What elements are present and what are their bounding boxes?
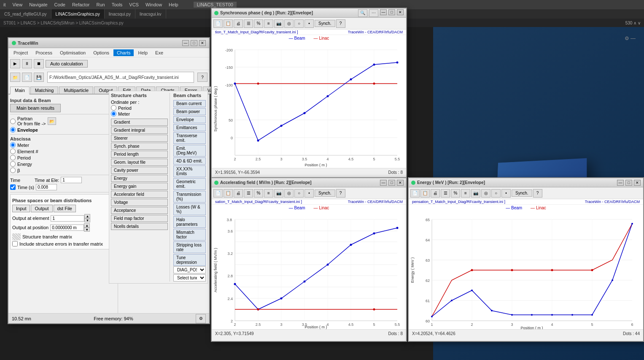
synch-phase-button[interactable]: Synch. phase [111,143,168,150]
chart-print-icon[interactable]: 🖨 [234,19,243,28]
energy-camera-icon[interactable]: 📷 [471,189,480,198]
element-spin-down[interactable]: ▼ [84,218,90,222]
ord-period-radio[interactable] [111,105,116,111]
input-button[interactable]: Input [12,205,30,212]
geometric-emit-button[interactable]: Geometric emit. [173,178,206,190]
energy-new-icon[interactable]: 📄 [410,189,420,198]
accel-minimize[interactable]: — [380,180,387,186]
transverse-emit-button[interactable]: Transverse emit. [173,132,206,144]
envelope-radio[interactable] [10,127,16,133]
run-icon[interactable]: ▶ [10,59,20,68]
energy-maximize[interactable]: □ [625,180,632,186]
position-spin-down[interactable]: ▼ [84,227,90,232]
synch-close[interactable]: ✕ [397,9,404,15]
output-button[interactable]: Output [31,205,52,212]
partran-radio[interactable] [10,119,16,124]
tracewin-maximize[interactable]: □ [191,40,197,46]
emit-deg-mev-button[interactable]: Emit. (Deg.MeV) [173,145,206,157]
ord-meter-radio[interactable] [111,111,116,116]
energy-circle-icon[interactable]: ○ [491,189,501,198]
tune-depression-button[interactable]: Tune depression [173,254,206,266]
ide-menu-vcs[interactable]: VCS [129,2,139,7]
tab-cs-read[interactable]: CS_read_rfqfileGUI.py [0,9,51,19]
help-icon[interactable]: ? [197,73,207,82]
accel-copy-icon[interactable]: 📋 [224,189,233,198]
accelerator-field-button[interactable]: Accelerator field [111,191,168,198]
accel-new-icon[interactable]: 📄 [213,189,223,198]
energy-bar-icon[interactable]: ≡ [461,189,470,198]
energy-struct-button[interactable]: Energy [111,175,168,182]
new-file-icon[interactable]: 📄 [22,73,32,82]
accel-dot-icon[interactable]: • [304,189,314,198]
accel-circle-icon[interactable]: ○ [294,189,304,198]
acceptance-button[interactable]: Acceptance [111,207,168,214]
ncells-button[interactable]: Ncells details [111,223,168,230]
gradient-integral-button[interactable]: Gradient integral [111,127,168,134]
energy-synch-button[interactable]: Synch. [512,189,532,197]
menu-optimisation[interactable]: Optimisation [57,49,89,56]
accel-maximize[interactable]: □ [388,180,395,186]
diag-position-select[interactable]: DIAG_POSITION [173,266,206,273]
output-at-element-input[interactable] [51,215,84,222]
transmission-button[interactable]: Transmission (%) [173,191,206,203]
beam-power-button[interactable]: Beam power [173,108,206,115]
accel-target-icon[interactable]: ◎ [284,189,294,198]
ide-menu-help[interactable]: Help [169,2,178,7]
energy-help-icon[interactable]: ? [533,189,542,198]
menu-exe[interactable]: Exe [152,49,167,56]
menu-process[interactable]: Process [32,49,56,56]
cavity-power-button[interactable]: Cavity power [111,167,168,174]
tab-matching[interactable]: Matching [30,87,59,94]
energy-gain-button[interactable]: Energy gain [111,183,168,190]
tab-linacsgui-kv[interactable]: linacsgui.kv [135,9,166,19]
gradient-button[interactable]: Gradient [111,119,168,126]
accel-percent-icon[interactable]: % [254,189,263,198]
accel-table-icon[interactable]: ☰ [244,189,253,198]
pause-icon[interactable]: ⏸ [22,59,32,68]
search-icon[interactable]: 🔍 [358,9,367,17]
accel-print-icon[interactable]: 🖨 [234,189,243,198]
chart-help-icon[interactable]: ? [336,19,345,28]
tab-main[interactable]: Main [10,87,30,95]
steerer-button[interactable]: Steerer [111,135,168,142]
tab-linacsgui[interactable]: linacsqui.py [105,9,135,19]
voltage-button[interactable]: Voltage [111,199,168,206]
accel-help-icon[interactable]: ? [336,189,345,198]
main-beam-results-button[interactable]: Main beam results [10,104,61,112]
tracewin-close[interactable]: ✕ [199,40,206,46]
status-icon[interactable]: ⚙ [196,314,206,323]
chart-bar-icon[interactable]: ≡ [264,19,273,28]
period-length-button[interactable]: Period length [111,151,168,158]
ide-menu-it[interactable]: it [3,2,6,7]
menu-project[interactable]: Project [10,49,31,56]
halo-button[interactable]: Halo parameters [173,216,206,228]
ide-menu-run[interactable]: Run [96,2,105,7]
chart-circle-icon[interactable]: ○ [294,19,304,28]
menu-options[interactable]: Options [90,49,113,56]
dst-file-button[interactable]: dst File [54,205,76,212]
chart-copy-icon[interactable]: 📋 [224,19,233,28]
4d-6d-button[interactable]: 4D & 6D emit. [173,157,206,165]
energy-copy-icon[interactable]: 📋 [420,189,430,198]
energy-print-icon[interactable]: 🖨 [431,189,440,198]
open-folder-icon[interactable]: 📁 [10,73,20,82]
tracewin-minimize[interactable]: — [182,40,189,46]
menu-icon[interactable]: ⋯ [369,9,378,17]
time-s-checkbox[interactable] [10,184,16,190]
abscissa-element[interactable] [10,149,16,154]
synch-minimize[interactable]: — [380,9,387,15]
time-at-ele-input[interactable] [61,177,82,183]
mismatch-button[interactable]: Mismatch factor [173,229,206,241]
chart-new-icon[interactable]: 📄 [213,19,223,28]
xx-pct-button[interactable]: XX.XX% Emits [173,165,206,177]
auto-calc-button[interactable]: Auto calculation [46,60,88,68]
chart-target-icon[interactable]: ◎ [284,19,294,28]
stripping-button[interactable]: Stripping loss rate [173,241,206,253]
accel-bar-icon[interactable]: ≡ [264,189,273,198]
menu-help[interactable]: Help [135,49,151,56]
abscissa-period[interactable] [10,155,16,160]
field-map-factor-button[interactable]: Field map factor [111,215,168,222]
ide-menu-code[interactable]: Code [54,2,65,7]
position-spin-up[interactable]: ▲ [84,223,90,227]
accel-synch-button[interactable]: Synch. [315,189,335,197]
